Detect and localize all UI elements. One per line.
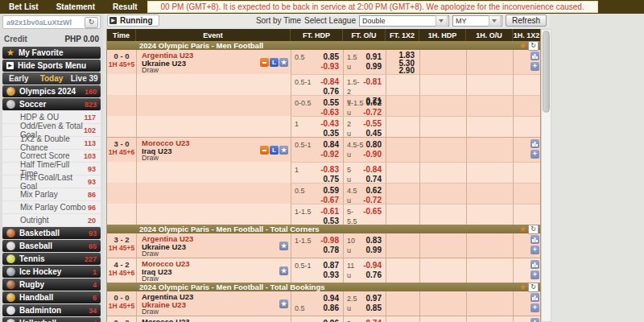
odds-value[interactable]: 0.94	[324, 294, 339, 303]
sidebar-item-baseball[interactable]: Baseball65	[2, 240, 101, 252]
vertical-scrollbar[interactable]	[541, 29, 551, 322]
odds-value[interactable]: -0.84	[320, 77, 339, 87]
odds-value[interactable]: 0.76	[366, 270, 382, 280]
odds-value[interactable]: 0.62	[366, 186, 382, 196]
sidebar-subitem-outright[interactable]: Outright20	[2, 214, 101, 227]
more-bets-plus-icon[interactable]: +	[530, 150, 539, 159]
more-bets-plus-icon[interactable]: +	[530, 62, 539, 71]
odds-value[interactable]: -0.84	[363, 165, 382, 175]
more-bets-plus-icon[interactable]: +	[530, 303, 539, 312]
refresh-button[interactable]: Refresh	[506, 14, 547, 27]
odds-value[interactable]: -0.94	[363, 261, 382, 270]
sidebar-tab-today[interactable]: Today	[35, 72, 68, 85]
odds-value[interactable]: 0.84	[324, 140, 339, 150]
sidebar-subitem-mix-parlay-combo[interactable]: Mix Parlay Combo96	[2, 201, 101, 214]
sidebar-item-olympics-2024[interactable]: Olympics 2024160	[2, 85, 101, 97]
odds-value[interactable]: 0.59	[324, 186, 339, 196]
odds-value[interactable]: -0.74	[363, 319, 382, 322]
odds-value[interactable]: -0.98	[320, 236, 339, 246]
odds-value[interactable]: -0.90	[363, 150, 382, 159]
stats-chart-icon[interactable]	[530, 235, 539, 244]
favorite-league-star-icon[interactable]: ★	[519, 42, 526, 50]
odds-value[interactable]: -0.83	[320, 165, 339, 175]
count-badge: 160	[85, 88, 97, 96]
sidebar-item-volleyball[interactable]: Volleyball4	[2, 317, 101, 322]
running-indicator[interactable]: ▶ Running	[107, 14, 159, 27]
odds-value[interactable]: 0.78	[324, 246, 339, 255]
sidebar-subitem-1x2-double-chance[interactable]: 1X2 & Double Chance113	[2, 137, 101, 150]
odds-value[interactable]: 0.85	[366, 303, 382, 313]
booking-card-icon[interactable]	[260, 58, 269, 67]
my-favorite-button[interactable]: ★ My Favorite	[2, 47, 101, 59]
odds-value[interactable]: 0.99	[366, 62, 382, 72]
booking-card-icon[interactable]	[260, 146, 269, 155]
odds-value[interactable]: 0.86	[324, 303, 339, 313]
favorite-league-star-icon[interactable]: ★	[519, 283, 526, 291]
odds-value[interactable]: 0.93	[324, 270, 339, 280]
tab-result[interactable]: Result	[104, 2, 147, 11]
sidebar-item-tennis[interactable]: Tennis227	[2, 253, 101, 265]
sidebar-tab-live-39[interactable]: Live 39	[68, 72, 101, 85]
odds-value[interactable]: 0.96	[324, 319, 339, 322]
odds-value[interactable]: -0.65	[363, 207, 382, 226]
favorite-star-icon[interactable]: ★	[279, 146, 288, 155]
stats-chart-icon[interactable]	[530, 260, 539, 269]
ft-1x2-cell	[386, 316, 419, 322]
odds-value[interactable]: 0.83	[366, 236, 382, 246]
odds-value[interactable]: 0.87	[324, 261, 339, 270]
refresh-league-icon[interactable]: ↻	[528, 283, 539, 292]
favorite-league-star-icon[interactable]: ★	[519, 225, 526, 233]
odds-line: 0.78	[291, 246, 343, 255]
stats-chart-icon[interactable]	[530, 293, 539, 302]
sidebar-item-badminton[interactable]: Badminton34	[2, 304, 101, 316]
ft-1x2-cell	[386, 291, 419, 316]
odds-value[interactable]: -0.61	[320, 207, 339, 217]
stats-chart-icon[interactable]	[530, 139, 539, 148]
odds-value[interactable]: -0.81	[363, 77, 382, 97]
sort-by-time-link[interactable]: Sort by Time	[256, 16, 301, 25]
odds-value[interactable]: 0.91	[366, 52, 382, 62]
stats-chart-icon[interactable]	[530, 52, 539, 60]
odds-value[interactable]: -0.93	[320, 62, 339, 72]
favorite-star-icon[interactable]: ★	[279, 266, 288, 275]
ft-ou-cell: 1.5-2-0.81u0.71	[343, 74, 386, 95]
refresh-user-icon[interactable]: ↻	[85, 17, 98, 28]
odds-value[interactable]: -0.55	[363, 119, 382, 129]
sidebar-item-basketball[interactable]: Basketball93	[2, 227, 101, 239]
tab-statement[interactable]: Statement	[47, 2, 104, 11]
favorite-star-icon[interactable]: ★	[279, 299, 288, 308]
favorite-star-icon[interactable]: ★	[279, 242, 288, 250]
sidebar-tab-early[interactable]: Early	[2, 72, 35, 85]
live-l-icon[interactable]: L	[270, 58, 279, 67]
hide-sports-menu-button[interactable]: ▶ Hide Sports Menu	[2, 60, 101, 72]
subitem-label: 1X2 & Double Chance	[20, 134, 84, 152]
favorite-star-icon[interactable]: ★	[279, 58, 288, 67]
more-bets-plus-icon[interactable]: +	[530, 270, 539, 279]
sidebar-item-handball[interactable]: Handball6	[2, 291, 101, 303]
refresh-league-icon[interactable]: ↻	[528, 41, 539, 51]
refresh-league-icon[interactable]: ↻	[528, 225, 539, 234]
odds-line: 100.83	[344, 233, 386, 246]
odds-value[interactable]: 0.99	[366, 246, 382, 255]
league-select[interactable]: Double	[359, 15, 449, 27]
sidebar-subitem-first-goal-last-goal[interactable]: First Goal/Last Goal93	[2, 175, 101, 188]
sidebar-item-rugby[interactable]: Rugby4	[2, 279, 101, 291]
odds-value[interactable]: 0.80	[366, 140, 382, 150]
odds-value[interactable]: -0.92	[320, 150, 339, 159]
tab-bet-list[interactable]: Bet List	[0, 2, 47, 11]
odds-type-select[interactable]: MY	[452, 15, 502, 27]
sidebar-item-ice-hockey[interactable]: Ice Hockey1	[2, 266, 101, 278]
odds-value[interactable]: -0.43	[320, 119, 339, 129]
odds-value[interactable]: 0.85	[324, 52, 339, 62]
handball-icon	[6, 293, 15, 302]
scrollbar-thumb[interactable]	[543, 31, 550, 113]
stats-chart-icon[interactable]	[530, 318, 539, 322]
odds-row: 1-1.5-0.610.535-5.5-0.65u0.55	[107, 204, 540, 225]
sidebar-item-soccer[interactable]: Soccer823	[2, 98, 101, 110]
odds-value[interactable]: 0.55	[324, 98, 339, 108]
more-bets-plus-icon[interactable]: +	[530, 246, 539, 254]
live-l-icon[interactable]: L	[270, 146, 279, 155]
select-league-link[interactable]: Select League	[304, 16, 356, 25]
odds-value[interactable]: 0.97	[366, 294, 382, 303]
odds-value[interactable]: 0.62	[366, 98, 382, 108]
